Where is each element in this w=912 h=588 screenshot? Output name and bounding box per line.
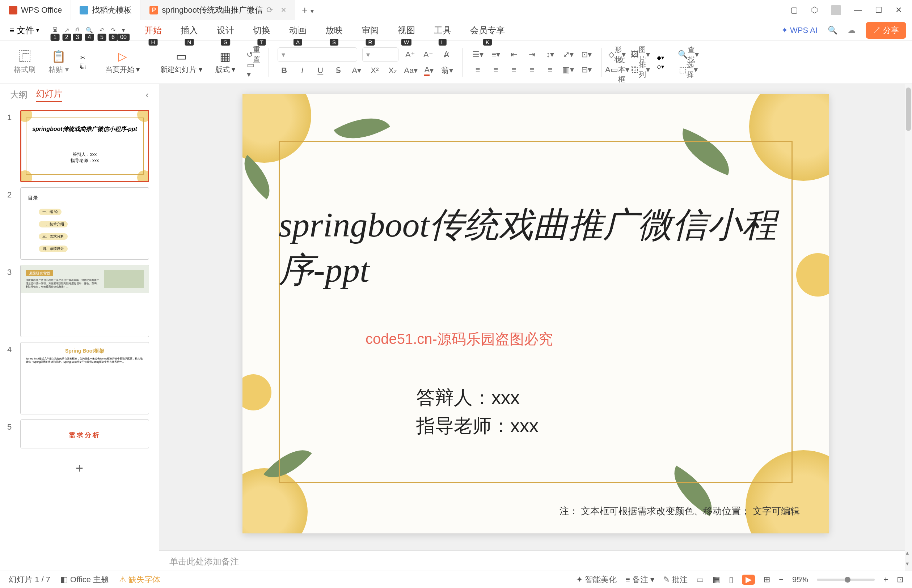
- notes-pane[interactable]: 单击此处添加备注: [159, 551, 912, 571]
- normal-view-icon[interactable]: ▭: [696, 575, 704, 585]
- apps-icon[interactable]: ▢: [791, 5, 798, 15]
- collapse-panel-icon[interactable]: ‹: [146, 89, 149, 100]
- tab-current-file[interactable]: P springboot传统戏曲推广微信 ⟳ ✕: [141, 0, 295, 20]
- align-text-icon[interactable]: ⊡▾: [580, 48, 593, 61]
- tab-wps-office[interactable]: WPS Office: [0, 0, 71, 20]
- from-current-button[interactable]: ▷当页开始 ▾: [100, 50, 145, 74]
- wps-ai-button[interactable]: ✦ WPS AI: [781, 26, 818, 35]
- thumbnail-5[interactable]: 需求分析: [20, 420, 149, 448]
- add-tab-button[interactable]: + ▾: [295, 4, 320, 16]
- close-window-icon[interactable]: ✕: [895, 5, 902, 15]
- avatar[interactable]: [831, 5, 841, 15]
- zoom-out-icon[interactable]: −: [779, 575, 784, 585]
- distribute-icon[interactable]: ≡: [544, 63, 557, 76]
- cloud-icon[interactable]: ☁: [847, 26, 855, 35]
- slide-info-text[interactable]: 答辩人：xxx 指导老师：xxx: [416, 383, 538, 440]
- font-color-icon[interactable]: A▾: [422, 64, 436, 77]
- decrease-indent-icon[interactable]: ⇤: [507, 48, 520, 61]
- line-spacing-icon[interactable]: ↕▾: [544, 48, 557, 61]
- grid-view-icon[interactable]: ⊞: [764, 575, 770, 585]
- missing-font-warning[interactable]: ⚠ 缺失字体: [119, 574, 160, 585]
- underline-icon[interactable]: U: [314, 64, 327, 77]
- canvas-viewport[interactable]: springboot传统戏曲推广微信小程序-ppt code51.cn-源码乐园…: [159, 84, 912, 551]
- share-button[interactable]: ↗ 分享: [866, 22, 906, 39]
- smart-beautify-button[interactable]: ✦ 智能美化: [576, 574, 617, 585]
- close-icon[interactable]: ✕: [281, 6, 286, 14]
- maximize-icon[interactable]: ☐: [875, 5, 882, 15]
- thumbnail-4[interactable]: Spring Boot框架Spring Boot是近几年最为流行的后台开发框架，…: [20, 342, 149, 414]
- vertical-align-icon[interactable]: ⊟▾: [580, 63, 593, 76]
- slide-canvas[interactable]: springboot传统戏曲推广微信小程序-ppt code51.cn-源码乐园…: [243, 94, 829, 533]
- align-center-icon[interactable]: ≡: [489, 63, 502, 76]
- section-button[interactable]: ▭ ▾: [247, 63, 260, 76]
- italic-icon[interactable]: I: [296, 64, 309, 77]
- file-menu[interactable]: ≡ 文件 ▾ F: [6, 23, 43, 37]
- arrange-button[interactable]: ⿻ 排列 ▾: [634, 63, 647, 76]
- new-slide-button[interactable]: ▭新建幻灯片 ▾: [155, 50, 207, 74]
- tab-member[interactable]: 会员专享K: [468, 23, 507, 37]
- bullets-icon[interactable]: ☰▾: [471, 48, 484, 61]
- zoom-level[interactable]: 95%: [792, 575, 808, 585]
- tab-design[interactable]: 设计G: [215, 23, 237, 37]
- more-qat-icon[interactable]: ▾00: [122, 27, 125, 34]
- layout-button[interactable]: ▦版式 ▾: [210, 50, 241, 74]
- tab-tools[interactable]: 工具L: [432, 23, 454, 37]
- change-case-icon[interactable]: Aa▾: [404, 64, 417, 77]
- select-button[interactable]: ⬚ 选择 ▾: [682, 63, 695, 76]
- font-family-select[interactable]: ▾: [278, 47, 357, 62]
- bold-icon[interactable]: B: [278, 64, 291, 77]
- thumbnail-1[interactable]: springboot传统戏曲推广微信小程序-ppt 答辩人：xxx指导老师：xx…: [20, 110, 149, 182]
- minimize-icon[interactable]: —: [854, 5, 862, 15]
- shape-outline-icon[interactable]: ◇▾: [657, 63, 664, 70]
- search-icon[interactable]: 🔍: [828, 26, 837, 35]
- shape-fill-icon[interactable]: ◆▾: [657, 54, 664, 61]
- print-icon[interactable]: ⎙3: [76, 27, 79, 34]
- columns-icon[interactable]: ▥▾: [562, 63, 575, 76]
- text-effects-icon[interactable]: 翁▾: [441, 64, 454, 77]
- redo-icon[interactable]: ↷6: [111, 27, 115, 34]
- zoom-in-icon[interactable]: +: [883, 575, 888, 585]
- slideshow-icon[interactable]: ▶: [742, 575, 755, 585]
- slide-title-text[interactable]: springboot传统戏曲推广微信小程序-ppt: [279, 202, 792, 293]
- add-slide-button[interactable]: +: [7, 454, 152, 483]
- tab-slideshow[interactable]: 放映S: [323, 23, 345, 37]
- font-size-select[interactable]: ▾: [362, 47, 398, 62]
- save-icon[interactable]: 🖫1: [52, 27, 58, 34]
- slide-counter[interactable]: 幻灯片 1 / 7: [9, 574, 50, 585]
- reading-view-icon[interactable]: ▯: [729, 575, 733, 585]
- cube-icon[interactable]: ⬡: [811, 5, 818, 15]
- tab-animation[interactable]: 动画A: [287, 23, 309, 37]
- highlight-icon[interactable]: A▾: [350, 64, 363, 77]
- thumbnail-list[interactable]: 1 springboot传统戏曲推广微信小程序-ppt 答辩人：xxx指导老师：…: [0, 106, 159, 571]
- align-right-icon[interactable]: ≡: [507, 63, 520, 76]
- outline-tab[interactable]: 大纲: [10, 89, 28, 100]
- tab-insert[interactable]: 插入N: [178, 23, 200, 37]
- justify-icon[interactable]: ≡: [525, 63, 538, 76]
- increase-font-icon[interactable]: A⁺: [403, 48, 416, 61]
- textbox-button[interactable]: A▭ 文本框 ▾: [611, 63, 624, 76]
- reset-button[interactable]: ↺ 重置: [247, 48, 260, 61]
- tab-home[interactable]: 开始H: [142, 23, 164, 37]
- vertical-scrollbar[interactable]: ▴▾: [905, 84, 912, 571]
- refresh-icon[interactable]: ⟳: [266, 5, 273, 15]
- picture-button[interactable]: 🖼 图片 ▾: [634, 48, 647, 61]
- zoom-slider[interactable]: [817, 578, 875, 581]
- fit-to-window-icon[interactable]: ⊡: [897, 575, 903, 585]
- export-icon[interactable]: ↗2: [65, 27, 69, 34]
- cut-icon[interactable]: ✂: [80, 54, 86, 61]
- format-painter-button[interactable]: ⿸格式刷: [9, 50, 40, 74]
- text-direction-icon[interactable]: ⤢▾: [562, 48, 575, 61]
- align-left-icon[interactable]: ≡: [471, 63, 484, 76]
- print-preview-icon[interactable]: 🔍4: [86, 27, 93, 34]
- notes-toggle[interactable]: ≡ 备注 ▾: [625, 574, 654, 585]
- copy-icon[interactable]: ⿻: [80, 63, 86, 70]
- clear-format-icon[interactable]: A̷: [440, 48, 453, 61]
- comments-toggle[interactable]: ✎ 批注: [663, 574, 688, 585]
- paste-button[interactable]: 📋粘贴 ▾: [44, 50, 74, 74]
- tab-review[interactable]: 审阅R: [360, 23, 381, 37]
- find-button[interactable]: 🔍 查找 ▾: [682, 48, 695, 61]
- subscript-icon[interactable]: X₂: [386, 64, 399, 77]
- thumbnail-3[interactable]: 课题研究背景传统戏曲推广微信小程序主要是通过计算机网络，对传统戏曲推广信息进行统…: [20, 265, 149, 337]
- tab-transition[interactable]: 切换T: [251, 23, 272, 37]
- strikethrough-icon[interactable]: S̶: [332, 64, 345, 77]
